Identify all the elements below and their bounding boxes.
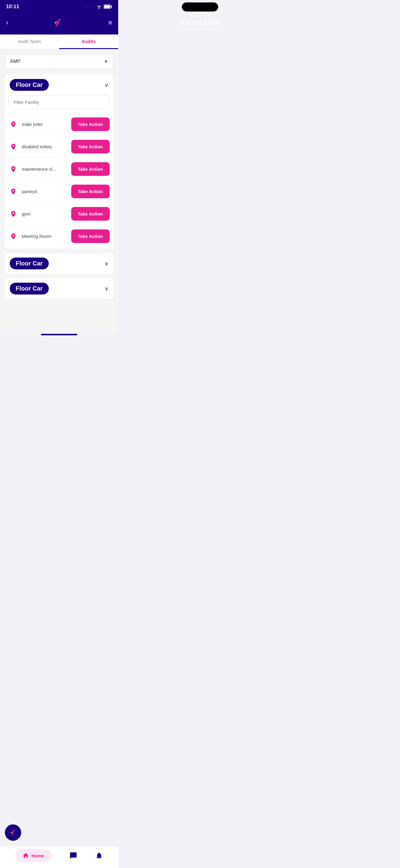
menu-button[interactable]: ≡ — [108, 19, 112, 27]
facility-name: disabled toilets — [22, 144, 52, 149]
app-header: ‹ Facility Audit ≡ — [0, 12, 118, 34]
svg-point-6 — [13, 168, 14, 168]
section-1-header[interactable]: Floor Car ∨ — [5, 75, 113, 95]
take-action-button[interactable]: Take Action — [71, 229, 110, 243]
filter-facility-input[interactable] — [8, 95, 110, 109]
tab-audit-tasks[interactable]: Audit Tasks — [0, 34, 59, 49]
facility-item-left: pantry4 — [8, 187, 37, 196]
list-item: maintenance cl... Take Action — [5, 158, 113, 180]
section-1-body: male toilet Take Action disabled toilets… — [5, 95, 113, 248]
section-3-header[interactable]: Floor Car ∨ — [5, 278, 113, 299]
location-pin-icon — [8, 120, 18, 129]
section-1-chevron-icon: ∨ — [105, 82, 109, 88]
facility-item-left: Meeting Room — [8, 231, 52, 241]
facility-item-left: maintenance cl... — [8, 164, 56, 174]
facility-item-left: gym — [8, 209, 30, 219]
location-pin-icon — [8, 164, 18, 174]
take-action-button[interactable]: Take Action — [71, 207, 110, 221]
location-pin-icon — [8, 209, 18, 219]
floor-car-section-3: Floor Car ∨ — [5, 278, 113, 299]
status-icons: · · · · — [83, 4, 112, 9]
section-1-label: Floor Car — [10, 79, 49, 91]
dropdown-arrow-icon: ▼ — [104, 59, 108, 64]
location-pin-icon — [8, 231, 18, 241]
facility-name: pantry4 — [22, 189, 37, 194]
app-logo — [52, 17, 64, 29]
svg-point-8 — [13, 213, 14, 213]
svg-point-5 — [13, 145, 14, 146]
svg-point-9 — [13, 235, 14, 236]
take-action-button[interactable]: Take Action — [71, 185, 110, 198]
location-pin-icon — [8, 187, 18, 196]
facility-name: male toilet — [22, 122, 42, 127]
battery-icon — [104, 4, 112, 9]
svg-rect-1 — [111, 6, 112, 7]
facility-item-left: male toilet — [8, 120, 42, 129]
floor-car-section-1: Floor Car ∨ male toilet Take Action — [5, 75, 113, 248]
list-item: disabled toilets Take Action — [5, 135, 113, 158]
list-item: gym Take Action — [5, 203, 113, 225]
wifi-icon — [96, 4, 102, 9]
tab-audits[interactable]: Audits — [59, 34, 118, 49]
section-2-label: Floor Car — [10, 257, 49, 269]
take-action-button[interactable]: Take Action — [71, 140, 110, 153]
main-content: AMP ▼ Floor Car ∨ male toilet — [0, 49, 118, 333]
status-bar: 10:11 · · · · — [0, 0, 118, 12]
facility-name: gym — [22, 211, 30, 216]
list-item: Meeting Room Take Action — [5, 225, 113, 247]
svg-point-7 — [13, 190, 14, 191]
dropdown-value: AMP — [10, 59, 21, 64]
list-item: pantry4 Take Action — [5, 180, 113, 203]
svg-rect-2 — [104, 5, 110, 8]
facility-item-left: disabled toilets — [8, 142, 52, 152]
location-pin-icon — [8, 142, 18, 152]
section-3-label: Floor Car — [10, 283, 49, 294]
facility-name: Meeting Room — [22, 234, 52, 239]
take-action-button[interactable]: Take Action — [71, 117, 110, 131]
section-2-chevron-icon: ∨ — [105, 260, 109, 267]
amp-dropdown[interactable]: AMP ▼ — [5, 54, 113, 69]
tab-bar: Audit Tasks Audits — [0, 34, 118, 49]
home-indicator — [41, 334, 77, 335]
back-button[interactable]: ‹ — [6, 19, 8, 27]
signal-icon: · · · · — [83, 4, 94, 9]
section-3-chevron-icon: ∨ — [105, 285, 109, 292]
status-time: 10:11 — [6, 4, 19, 10]
svg-point-4 — [13, 123, 14, 124]
take-action-button[interactable]: Take Action — [71, 162, 110, 176]
facility-name: maintenance cl... — [22, 166, 56, 172]
section-2-header[interactable]: Floor Car ∨ — [5, 253, 113, 274]
list-item: male toilet Take Action — [5, 113, 113, 135]
floor-car-section-2: Floor Car ∨ — [5, 253, 113, 274]
svg-point-3 — [55, 22, 56, 24]
